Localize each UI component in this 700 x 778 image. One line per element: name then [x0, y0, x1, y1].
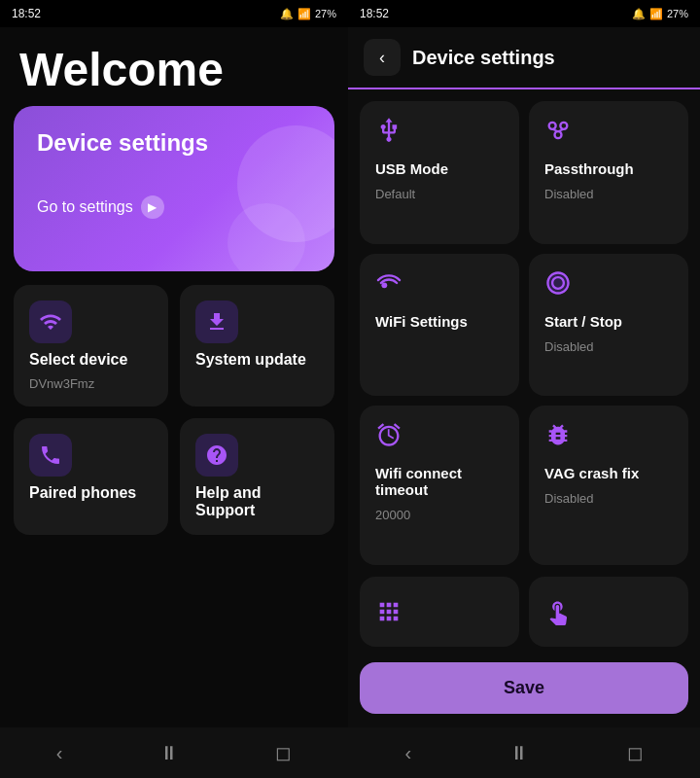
system-update-icon: [195, 301, 238, 343]
vag-crash-fix-icon: [544, 421, 673, 455]
save-bar: Save: [348, 653, 700, 727]
svg-line-4: [558, 129, 564, 131]
wifi-settings-title: WiFi Settings: [375, 313, 504, 330]
help-support-icon: [195, 434, 238, 477]
wifi-settings-card[interactable]: WiFi Settings: [360, 254, 519, 397]
paired-phones-icon: [29, 434, 72, 477]
passthrough-icon: [544, 117, 673, 151]
menu-grid: Select device DVnw3Fmz System update Pai…: [0, 285, 348, 548]
device-settings-header-title: Device settings: [412, 47, 555, 69]
help-support-title: Help and Support: [195, 484, 319, 519]
status-icons-right: 🔔 📶 27%: [632, 8, 688, 20]
time-right: 18:52: [360, 7, 389, 20]
wifi-settings-icon: [375, 269, 504, 303]
wifi-timeout-value: 20000: [375, 508, 504, 522]
nav-recent-left[interactable]: ◻: [256, 733, 311, 772]
touch-card[interactable]: [529, 577, 688, 647]
nav-home-left[interactable]: ⏸: [140, 734, 198, 772]
svg-point-2: [555, 131, 562, 138]
start-stop-value: Disabled: [544, 339, 673, 354]
svg-line-3: [552, 129, 558, 131]
start-stop-card[interactable]: Start / Stop Disabled: [529, 254, 688, 397]
usb-mode-title: USB Mode: [375, 160, 504, 177]
nav-back-left[interactable]: ‹: [37, 734, 83, 772]
status-bar-right: 18:52 🔔 📶 27%: [348, 0, 700, 27]
vag-crash-fix-value: Disabled: [544, 491, 673, 506]
svg-point-0: [549, 123, 556, 129]
vag-crash-fix-title: VAG crash fix: [544, 465, 673, 481]
passthrough-value: Disabled: [544, 187, 673, 201]
status-icons-left: 🔔 📶 27%: [280, 8, 336, 20]
go-to-settings-arrow: ▶: [141, 195, 164, 219]
save-button[interactable]: Save: [360, 662, 688, 714]
status-bar-left: 18:52 🔔 📶 27%: [0, 0, 348, 27]
wifi-timeout-card[interactable]: Wifi connect timeout 20000: [360, 406, 519, 565]
passthrough-card[interactable]: Passthrough Disabled: [529, 101, 688, 244]
paired-phones-title: Paired phones: [29, 484, 153, 502]
back-icon: ‹: [379, 48, 385, 68]
wifi-timeout-icon: [375, 421, 504, 455]
system-update-title: System update: [195, 351, 319, 369]
select-device-icon: [29, 301, 72, 343]
svg-point-5: [381, 282, 387, 288]
nav-home-right[interactable]: ⏸: [490, 734, 548, 772]
usb-mode-value: Default: [375, 187, 504, 201]
usb-mode-card[interactable]: USB Mode Default: [360, 101, 519, 244]
go-to-settings-link[interactable]: Go to settings ▶: [37, 195, 311, 219]
paired-phones-card[interactable]: Paired phones: [14, 418, 168, 535]
start-stop-icon: [544, 269, 673, 303]
usb-mode-icon: [375, 117, 504, 151]
device-settings-card[interactable]: Device settings Go to settings ▶: [14, 106, 334, 271]
time-left: 18:52: [12, 7, 41, 20]
svg-point-1: [560, 123, 567, 129]
select-device-title: Select device: [29, 351, 153, 369]
start-stop-title: Start / Stop: [544, 313, 673, 330]
help-support-card[interactable]: Help and Support: [180, 418, 334, 535]
select-device-card[interactable]: Select device DVnw3Fmz: [14, 285, 168, 407]
bottom-nav-left: ‹ ⏸ ◻: [0, 727, 348, 778]
go-to-settings-label: Go to settings: [37, 198, 133, 216]
right-panel: 18:52 🔔 📶 27% ‹ Device settings USB Mode…: [348, 0, 700, 778]
device-settings-card-title: Device settings: [37, 129, 311, 157]
partial-cards-row: [348, 577, 700, 653]
left-panel: 18:52 🔔 📶 27% Welcome Device settings Go…: [0, 0, 348, 778]
nav-back-right[interactable]: ‹: [385, 734, 431, 772]
bottom-nav-right: ‹ ⏸ ◻: [348, 727, 700, 778]
settings-grid: USB Mode Default Passthrough Disabled: [348, 89, 700, 577]
passthrough-title: Passthrough: [544, 160, 673, 177]
select-device-subtitle: DVnw3Fmz: [29, 376, 153, 391]
vag-crash-fix-card[interactable]: VAG crash fix Disabled: [529, 406, 688, 565]
system-update-card[interactable]: System update: [180, 285, 334, 407]
apps-card[interactable]: [360, 577, 519, 647]
right-header: ‹ Device settings: [348, 27, 700, 89]
back-button[interactable]: ‹: [364, 39, 401, 76]
welcome-title: Welcome: [0, 27, 348, 106]
nav-recent-right[interactable]: ◻: [608, 733, 663, 772]
wifi-timeout-title: Wifi connect timeout: [375, 465, 504, 498]
